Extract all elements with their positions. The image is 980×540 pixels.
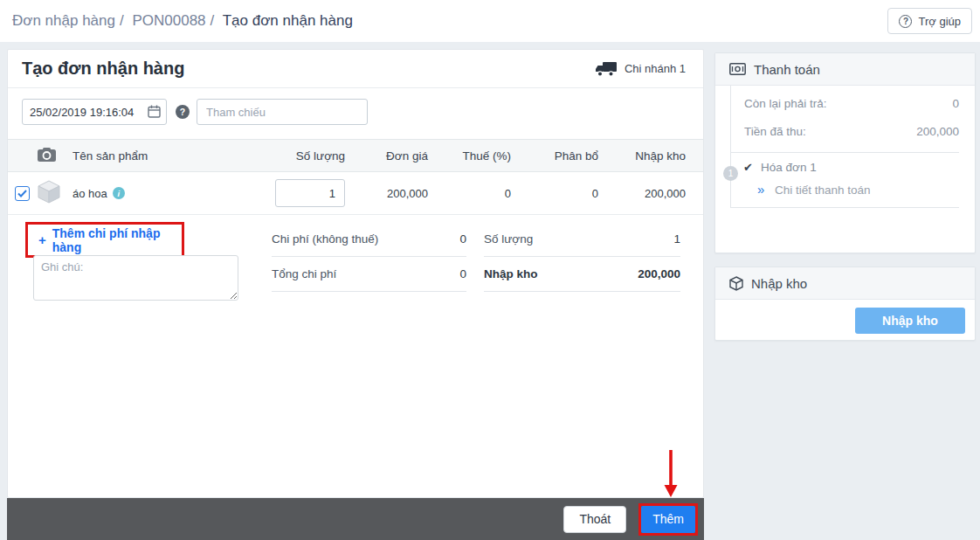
truck-icon — [595, 61, 618, 77]
breadcrumb-section-link[interactable]: Đơn nhập hàng — [12, 12, 115, 29]
topbar: Đơn nhập hàng/ PON00088/ Tạo đơn nhận hà… — [0, 0, 980, 42]
payment-panel-header: Thanh toán — [715, 53, 975, 86]
remaining-label: Còn lại phải trả: — [744, 97, 827, 110]
payment-panel: Thanh toán Còn lại phải trả: 0 Tiền đã t… — [714, 52, 976, 253]
summary-label: Số lượng — [484, 232, 533, 246]
breadcrumb: Đơn nhập hàng/ PON00088/ Tạo đơn nhận hà… — [12, 12, 353, 30]
divider — [730, 207, 959, 208]
help-button-label: Trợ giúp — [918, 15, 961, 28]
annotation-red-box-add-cost: + Thêm chi phí nhập hàng — [25, 222, 184, 258]
branch-label: Chi nhánh 1 — [625, 62, 686, 75]
plus-icon: + — [38, 232, 46, 247]
stock-panel-header: Nhập kho — [715, 267, 975, 300]
product-row: áo hoa i 200,000 0 0 200,000 — [8, 172, 703, 215]
notes-textarea[interactable] — [33, 255, 238, 301]
breadcrumb-separator: / — [120, 12, 124, 29]
summary-row-total-cost: Tổng chi phí 0 — [272, 257, 466, 292]
order-summary: Chi phí (không thuế) 0 Tổng chi phí 0 Số… — [272, 222, 680, 292]
reference-input[interactable] — [197, 99, 368, 125]
allocation-value: 0 — [511, 187, 598, 200]
unit-price-value: 200,000 — [345, 187, 428, 200]
step-number-badge: 1 — [723, 166, 738, 181]
breadcrumb-separator: / — [210, 12, 215, 29]
summary-value: 0 — [459, 232, 466, 246]
received-label: Tiền đã thu: — [744, 125, 806, 138]
annotation-arrow — [662, 449, 680, 499]
breadcrumb-current-page: Tạo đơn nhận hàng — [223, 12, 353, 29]
checkmark-icon — [17, 190, 27, 197]
help-button[interactable]: ? Trợ giúp — [887, 8, 972, 34]
branch-selector[interactable]: Chi nhánh 1 — [595, 61, 686, 77]
panel-header: Tạo đơn nhận hàng Chi nhánh 1 — [8, 50, 703, 88]
summary-row-quantity: Số lượng 1 — [484, 222, 680, 257]
product-cube-icon — [38, 180, 60, 204]
stock-in-value: 200,000 — [598, 187, 686, 200]
summary-row-cost-no-tax: Chi phí (không thuế) 0 — [272, 222, 466, 257]
cube-icon — [729, 276, 743, 291]
divider — [730, 152, 959, 153]
question-circle-icon: ? — [899, 15, 912, 28]
calendar-icon[interactable] — [148, 105, 161, 118]
receive-order-panel: Tạo đơn nhận hàng Chi nhánh 1 ? — [7, 49, 704, 498]
payment-panel-body: Còn lại phải trả: 0 Tiền đã thu: 200,000… — [715, 86, 975, 253]
col-header-unit-price: Đơn giá — [345, 149, 428, 163]
quantity-input[interactable] — [275, 179, 345, 207]
order-meta-row: ? — [22, 99, 368, 125]
summary-label: Nhập kho — [484, 267, 538, 280]
camera-icon — [38, 148, 56, 162]
received-value: 200,000 — [916, 125, 959, 138]
cash-icon — [729, 63, 746, 75]
page-title: Tạo đơn nhận hàng — [22, 59, 184, 79]
invoice-check-icon: ✔ — [743, 161, 753, 174]
breadcrumb-order-code-link[interactable]: PON00088 — [132, 12, 205, 29]
double-chevron-icon: » — [757, 182, 764, 197]
product-checkbox[interactable] — [15, 186, 30, 201]
summary-value: 0 — [459, 267, 466, 280]
exit-button[interactable]: Thoát — [563, 506, 626, 533]
col-header-allocation: Phân bổ — [511, 149, 598, 163]
product-info-icon[interactable]: i — [113, 187, 125, 199]
remaining-value: 0 — [952, 97, 959, 110]
product-table-header: Tên sản phẩm Số lượng Đơn giá Thuế (%) P… — [8, 139, 703, 172]
stock-in-button[interactable]: Nhập kho — [855, 308, 965, 334]
col-header-product: Tên sản phẩm — [72, 149, 266, 163]
annotation-red-box-add-button: Thêm — [638, 503, 698, 536]
summary-value: 1 — [673, 232, 680, 246]
summary-row-stock-in: Nhập kho 200,000 — [484, 257, 680, 292]
col-header-quantity: Số lượng — [266, 149, 345, 163]
summary-value: 200,000 — [638, 267, 680, 280]
footer-action-bar: Thoát Thêm — [7, 498, 704, 540]
col-header-stock-in: Nhập kho — [598, 149, 686, 163]
summary-label: Chi phí (không thuế) — [272, 232, 378, 246]
add-import-cost-label: Thêm chi phí nhập hàng — [52, 226, 182, 254]
product-name[interactable]: áo hoa — [72, 187, 107, 200]
stock-panel-body: Nhập kho — [715, 300, 975, 341]
stock-in-panel: Nhập kho Nhập kho — [714, 267, 976, 341]
payment-panel-title: Thanh toán — [754, 62, 820, 77]
timeline-line — [730, 86, 731, 207]
col-header-tax: Thuế (%) — [428, 149, 511, 163]
payment-detail-link[interactable]: Chi tiết thanh toán — [775, 183, 871, 197]
date-help-icon[interactable]: ? — [176, 105, 190, 119]
tax-value: 0 — [428, 187, 511, 200]
receive-date-input[interactable] — [22, 99, 167, 125]
add-import-cost-link[interactable]: + Thêm chi phí nhập hàng — [38, 226, 182, 254]
add-button[interactable]: Thêm — [641, 506, 695, 533]
stock-panel-title: Nhập kho — [751, 276, 807, 291]
summary-label: Tổng chi phí — [272, 267, 336, 280]
invoice-label: Hóa đơn 1 — [761, 161, 817, 174]
